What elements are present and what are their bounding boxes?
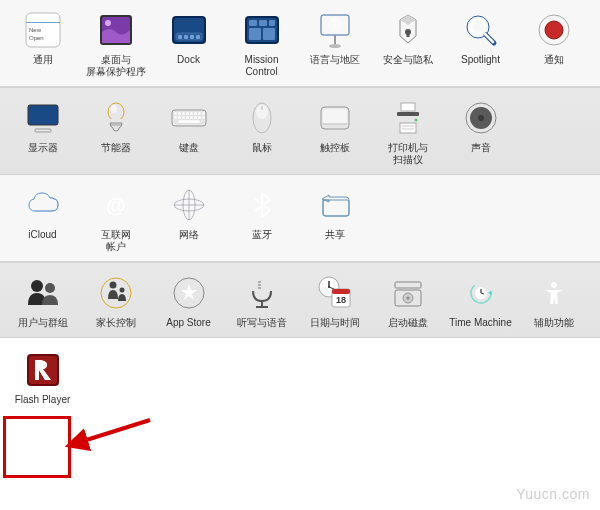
pref-label: 网络 (179, 229, 199, 241)
spotlight-icon (461, 10, 501, 50)
svg-point-42 (111, 105, 117, 113)
sharing-icon (315, 185, 355, 225)
svg-rect-56 (182, 116, 185, 119)
pref-label: 桌面与屏幕保护程序 (86, 54, 146, 78)
sound-icon (461, 98, 501, 138)
startup-icon (388, 273, 428, 313)
pref-row-1: 显示器节能器键盘鼠标触控板打印机与扫描仪声音 (0, 87, 600, 175)
pref-row-4: Flash Player (0, 338, 600, 414)
svg-point-113 (406, 297, 409, 300)
svg-rect-88 (323, 200, 349, 216)
svg-line-123 (80, 420, 150, 442)
svg-rect-61 (202, 116, 205, 119)
svg-text:Open: Open (29, 35, 44, 41)
pref-desktop[interactable]: 桌面与屏幕保护程序 (79, 10, 152, 78)
parental-icon (96, 273, 136, 313)
svg-rect-12 (178, 35, 182, 39)
pref-mission[interactable]: MissionControl (225, 10, 298, 78)
svg-text:@: @ (106, 194, 126, 216)
svg-rect-49 (186, 112, 189, 115)
svg-rect-28 (406, 32, 409, 37)
svg-point-93 (119, 288, 124, 293)
pref-label: MissionControl (245, 54, 279, 78)
pref-parental[interactable]: 家长控制 (79, 273, 152, 329)
svg-point-30 (471, 20, 485, 34)
pref-label: 键盘 (179, 142, 199, 154)
svg-rect-53 (202, 112, 205, 115)
pref-label: Flash Player (15, 394, 71, 406)
svg-rect-39 (39, 125, 47, 129)
pref-energy[interactable]: 节能器 (79, 98, 152, 154)
pref-sharing[interactable]: 共享 (298, 185, 371, 241)
pref-label: Spotlight (461, 54, 500, 66)
svg-point-8 (105, 20, 111, 26)
pref-label: 打印机与扫描仪 (388, 142, 428, 166)
svg-rect-58 (190, 116, 193, 119)
svg-rect-2 (26, 22, 60, 23)
pref-label: 通用 (33, 54, 53, 66)
network-icon (169, 185, 209, 225)
svg-rect-21 (249, 28, 261, 40)
pref-printers[interactable]: 打印机与扫描仪 (371, 98, 444, 166)
svg-rect-73 (400, 123, 416, 133)
pref-sound[interactable]: 声音 (444, 98, 517, 154)
svg-rect-20 (269, 20, 275, 26)
bluetooth-icon (242, 185, 282, 225)
svg-point-26 (329, 44, 341, 48)
pref-flash[interactable]: Flash Player (6, 350, 79, 406)
pref-notifications[interactable]: 通知 (517, 10, 590, 66)
pref-network[interactable]: 网络 (152, 185, 225, 241)
svg-rect-22 (263, 28, 275, 40)
pref-label: 启动磁盘 (388, 317, 428, 329)
svg-point-106 (328, 286, 330, 288)
svg-rect-15 (196, 35, 200, 39)
pref-bluetooth[interactable]: 蓝牙 (225, 185, 298, 241)
pref-label: Time Machine (449, 317, 511, 329)
svg-rect-19 (259, 20, 267, 26)
pref-label: 共享 (325, 229, 345, 241)
svg-text:18: 18 (335, 295, 345, 305)
pref-startup[interactable]: 启动磁盘 (371, 273, 444, 329)
pref-label: iCloud (28, 229, 56, 241)
pref-dictation[interactable]: 听写与语音 (225, 273, 298, 329)
pref-appstore[interactable]: App Store (152, 273, 225, 329)
svg-rect-51 (194, 112, 197, 115)
desktop-icon (96, 10, 136, 50)
pref-dock[interactable]: Dock (152, 10, 225, 66)
pref-mouse[interactable]: 鼠标 (225, 98, 298, 154)
svg-point-79 (478, 115, 484, 121)
pref-label: 节能器 (101, 142, 131, 154)
pref-spotlight[interactable]: Spotlight (444, 10, 517, 66)
accessibility-icon (534, 273, 574, 313)
pref-accessibility[interactable]: 辅助功能 (517, 273, 590, 329)
printers-icon (388, 98, 428, 138)
pref-icloud[interactable]: iCloud (6, 185, 79, 241)
highlight-box (3, 416, 71, 478)
pref-keyboard[interactable]: 键盘 (152, 98, 225, 154)
pref-internet[interactable]: @互联网帐户 (79, 185, 152, 253)
svg-rect-18 (249, 20, 257, 26)
svg-rect-47 (178, 112, 181, 115)
svg-point-41 (108, 103, 124, 121)
pref-trackpad[interactable]: 触控板 (298, 98, 371, 154)
pref-label: Dock (177, 54, 200, 66)
pref-label: 互联网帐户 (101, 229, 131, 253)
datetime-icon: 18 (315, 273, 355, 313)
pref-label: 声音 (471, 142, 491, 154)
pref-row-2: iCloud@互联网帐户网络蓝牙共享 (0, 175, 600, 262)
pref-users[interactable]: 用户与群组 (6, 273, 79, 329)
pref-general[interactable]: FileNewOpen通用 (6, 10, 79, 66)
flash-icon (23, 350, 63, 390)
pref-datetime[interactable]: 18日期与时间 (298, 273, 371, 329)
pref-language[interactable]: 语言与地区 (298, 10, 371, 66)
svg-rect-14 (190, 35, 194, 39)
pref-timemachine[interactable]: Time Machine (444, 273, 517, 329)
svg-rect-69 (401, 103, 415, 111)
pref-security[interactable]: 安全与隐私 (371, 10, 444, 66)
svg-rect-71 (397, 112, 419, 116)
svg-rect-37 (28, 105, 58, 125)
icloud-icon (23, 185, 63, 225)
svg-rect-97 (257, 278, 267, 296)
security-icon (388, 10, 428, 50)
pref-displays[interactable]: 显示器 (6, 98, 79, 154)
